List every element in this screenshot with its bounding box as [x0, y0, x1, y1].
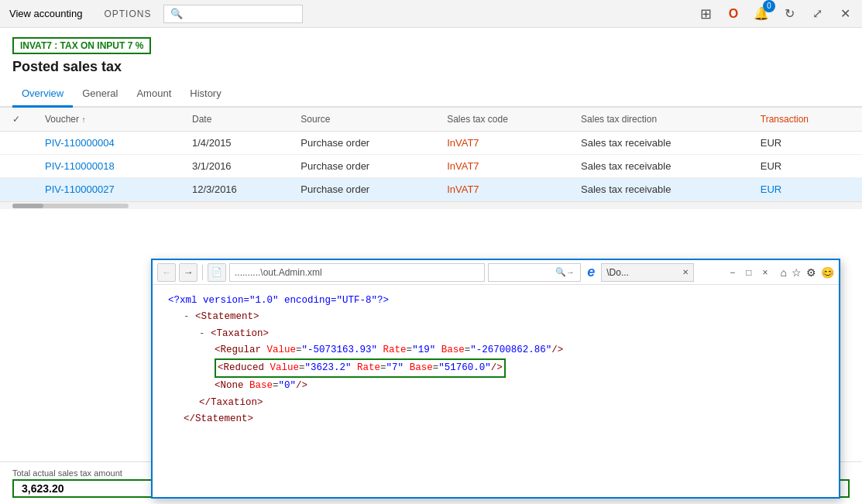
search-go-icon[interactable]: 🔍 — [555, 267, 566, 277]
close-icon[interactable]: ✕ — [834, 3, 856, 25]
forward-button[interactable]: → — [179, 263, 197, 282]
row-source: Purchase order — [288, 155, 434, 178]
search-icon: 🔍 — [170, 8, 183, 19]
xml-tab[interactable]: \Do... ✕ — [601, 263, 694, 282]
row-source: Purchase order — [288, 132, 434, 155]
row-currency: EUR — [748, 132, 862, 155]
xml-line-7: </Taxation> — [199, 395, 823, 411]
table-row[interactable]: PIV-110000018 3/1/2016 Purchase order In… — [0, 155, 862, 178]
col-sales-tax-direction[interactable]: Sales tax direction — [568, 108, 748, 132]
xml-line-1: <?xml version="1.0" encoding="UTF-8"?> — [168, 293, 823, 309]
address-bar[interactable]: ..........\out.Admin.xml — [229, 263, 485, 282]
tools-gear-icon[interactable]: ⚙ — [806, 266, 816, 279]
col-voucher[interactable]: Voucher ↑ — [33, 108, 180, 132]
refresh-icon[interactable]: ↻ — [778, 3, 800, 25]
xml-restore-button[interactable]: □ — [743, 266, 754, 279]
tax-code-tag: INVAT7 : TAX ON INPUT 7 % — [12, 37, 151, 54]
row-voucher[interactable]: PIV-110000027 — [33, 178, 180, 201]
table-row[interactable]: PIV-110000004 1/4/2015 Purchase order In… — [0, 132, 862, 155]
search-input[interactable] — [493, 267, 555, 278]
tab-amount[interactable]: Amount — [127, 81, 180, 108]
row-direction: Sales tax receivable — [568, 178, 748, 201]
notification-icon[interactable]: 🔔 0 — [750, 3, 772, 25]
row-date: 12/3/2016 — [180, 178, 288, 201]
tab-general[interactable]: General — [73, 81, 127, 108]
back-button[interactable]: ← — [157, 263, 176, 282]
xml-titlebar: ← → 📄 ..........\out.Admin.xml 🔍 → e — [153, 260, 839, 285]
smiley-icon[interactable]: 😊 — [821, 266, 834, 279]
page-header: INVAT7 : TAX ON INPUT 7 % Posted sales t… — [0, 28, 862, 75]
xml-search-bar[interactable]: 🔍 → — [488, 263, 581, 282]
xml-content: <?xml version="1.0" encoding="UTF-8"?> -… — [153, 285, 839, 497]
row-check — [0, 132, 33, 155]
row-check — [0, 178, 33, 201]
table-row[interactable]: PIV-110000027 12/3/2016 Purchase order I… — [0, 178, 862, 201]
favorites-star-icon[interactable]: ☆ — [792, 266, 802, 279]
xml-popup-window: ← → 📄 ..........\out.Admin.xml 🔍 → e — [151, 259, 840, 499]
expand-icon[interactable]: ⤢ — [806, 3, 828, 25]
xml-line-2: - <Statement> — [184, 309, 823, 325]
xml-highlighted-line: <Reduced Value="3623.2" Rate="7" Base="5… — [215, 358, 506, 378]
ie-icon: e — [587, 264, 595, 280]
col-source[interactable]: Source — [288, 108, 434, 132]
row-source: Purchase order — [288, 178, 434, 201]
col-check: ✓ — [0, 108, 33, 132]
scrollbar-track[interactable] — [12, 204, 129, 208]
row-tax-code[interactable]: InVAT7 — [434, 155, 568, 178]
horizontal-scrollbar[interactable] — [0, 201, 862, 209]
row-direction: Sales tax receivable — [568, 132, 748, 155]
xml-minimize-button[interactable]: − — [726, 266, 738, 279]
home-icon[interactable]: ⌂ — [781, 266, 787, 279]
scrollbar-thumb[interactable] — [12, 204, 43, 208]
xml-close-button[interactable]: × — [760, 266, 771, 279]
tab-history[interactable]: History — [180, 81, 230, 108]
xml-line-3: - <Taxation> — [199, 326, 823, 342]
xml-line-5: <Reduced Value="3623.2" Rate="7" Base="5… — [215, 358, 823, 378]
col-transaction[interactable]: Transaction — [748, 108, 862, 132]
xml-window-controls: − □ × — [726, 266, 771, 279]
top-nav: View accounting OPTIONS 🔍 ⊞ O 🔔 0 ↻ ⤢ ✕ — [0, 0, 862, 28]
tab-overview[interactable]: Overview — [12, 81, 73, 108]
row-date: 1/4/2015 — [180, 132, 288, 155]
xml-line-8: </Statement> — [184, 411, 823, 427]
sort-arrow-icon: ↑ — [81, 115, 85, 124]
row-check — [0, 155, 33, 178]
check-icon: ✓ — [12, 114, 20, 125]
tab-close-icon[interactable]: ✕ — [682, 268, 689, 276]
row-currency[interactable]: EUR — [748, 178, 862, 201]
row-currency: EUR — [748, 155, 862, 178]
row-voucher[interactable]: PIV-110000018 — [33, 155, 180, 178]
page-title: Posted sales tax — [12, 59, 850, 75]
office-icon[interactable]: O — [723, 3, 744, 25]
back-icon: ← — [162, 266, 172, 278]
row-tax-code[interactable]: InVAT7 — [434, 132, 568, 155]
row-direction: Sales tax receivable — [568, 155, 748, 178]
col-sales-tax-code[interactable]: Sales tax code — [434, 108, 568, 132]
row-date: 3/1/2016 — [180, 155, 288, 178]
row-tax-code[interactable]: InVAT7 — [434, 178, 568, 201]
forward-icon: → — [184, 266, 194, 278]
tabs-container: Overview General Amount History — [0, 81, 862, 108]
search-arrow-icon[interactable]: → — [566, 268, 574, 276]
options-button[interactable]: OPTIONS — [98, 5, 157, 22]
page-icon: 📄 — [208, 263, 226, 282]
data-table-container: ✓ Voucher ↑ Date Source Sales tax code S… — [0, 108, 862, 201]
xml-line-6: <None Base="0"/> — [215, 378, 823, 394]
col-date[interactable]: Date — [180, 108, 288, 132]
xml-line-4: <Regular Value="-5073163.93" Rate="19" B… — [215, 342, 823, 358]
address-text: ..........\out.Admin.xml — [235, 267, 322, 278]
apps-icon[interactable]: ⊞ — [695, 3, 716, 25]
main-content: INVAT7 : TAX ON INPUT 7 % Posted sales t… — [0, 28, 862, 504]
view-accounting-link[interactable]: View accounting — [6, 2, 85, 26]
voucher-table: ✓ Voucher ↑ Date Source Sales tax code S… — [0, 108, 862, 201]
row-voucher[interactable]: PIV-110000004 — [33, 132, 180, 155]
tab-text: \Do... — [606, 267, 629, 278]
